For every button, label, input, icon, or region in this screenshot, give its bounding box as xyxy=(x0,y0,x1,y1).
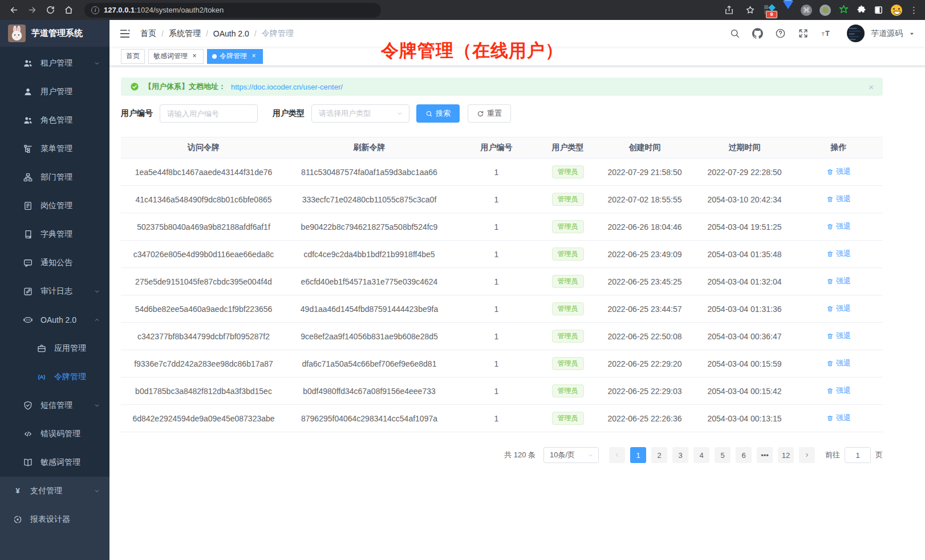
tab-token[interactable]: 令牌管理× xyxy=(207,49,263,64)
alert-doc-link[interactable]: https://doc.iocoder.cn/user-center/ xyxy=(231,83,343,91)
force-logout-button[interactable]: 强退 xyxy=(826,249,851,259)
sidebar-item-user[interactable]: 用户管理 xyxy=(0,78,109,106)
sidebar-item-sms[interactable]: 短信管理 xyxy=(0,391,109,420)
user-type-label: 用户类型 xyxy=(273,108,305,119)
cell-refresh-token: 49d1aa46d1454fbd87591444423be9fa xyxy=(286,295,452,323)
breadcrumb-item-0[interactable]: 首页 xyxy=(140,29,156,39)
prev-page-button[interactable] xyxy=(609,447,625,463)
cell-actions: 强退 xyxy=(794,213,883,241)
github-icon[interactable] xyxy=(752,28,763,39)
users-icon xyxy=(23,115,33,125)
sidebar-item-oauth2[interactable]: OAuth 2.0 xyxy=(0,306,109,334)
sidebar-item-report[interactable]: 报表设计器 xyxy=(0,505,109,534)
pixel-extension-icon[interactable]: 9 xyxy=(764,5,776,16)
reset-button[interactable]: 重置 xyxy=(468,104,511,123)
sidebar-toggle-icon[interactable] xyxy=(119,27,131,40)
site-info-icon[interactable]: i xyxy=(91,6,99,14)
search-button[interactable]: 搜索 xyxy=(416,104,460,123)
trash-icon xyxy=(826,278,834,285)
user-type-select[interactable]: 请选择用户类型 xyxy=(311,104,409,123)
sidebar-item-post[interactable]: 岗位管理 xyxy=(0,192,109,220)
force-logout-button[interactable]: 强退 xyxy=(826,358,851,368)
cell-user-type: 管理员 xyxy=(541,268,595,295)
sidebar-item-audit-log[interactable]: 审计日志 xyxy=(0,277,109,306)
sidebar-item-role[interactable]: 角色管理 xyxy=(0,106,109,135)
force-logout-button[interactable]: 强退 xyxy=(826,413,851,423)
force-logout-button[interactable]: 强退 xyxy=(826,194,851,204)
tab-sensitive-word[interactable]: 敏感词管理× xyxy=(148,49,204,64)
browser-back-icon[interactable] xyxy=(7,3,21,17)
fullscreen-icon[interactable] xyxy=(798,28,809,39)
extensions-puzzle-icon[interactable] xyxy=(857,5,866,15)
force-logout-button[interactable]: 强退 xyxy=(826,331,851,341)
page-ellipsis-button[interactable]: ••• xyxy=(757,447,773,463)
page-button-4[interactable]: 4 xyxy=(693,447,709,463)
sidebar-item-sensitive-word[interactable]: 敏感词管理 xyxy=(0,448,109,477)
column-header-3: 用户类型 xyxy=(541,137,595,159)
search-icon[interactable] xyxy=(729,28,740,39)
split-window-icon[interactable] xyxy=(874,5,883,15)
sidebar-item-tenant[interactable]: 租户管理 xyxy=(0,49,109,78)
page-button-3[interactable]: 3 xyxy=(672,447,688,463)
page-button-1[interactable]: 1 xyxy=(630,447,646,463)
force-logout-label: 强退 xyxy=(836,221,851,232)
alert-close-icon[interactable]: × xyxy=(869,82,874,92)
browser-menu-icon[interactable]: ⋮ xyxy=(910,5,918,15)
sidebar-item-oauth2-app[interactable]: 应用管理 xyxy=(0,334,109,363)
next-page-button[interactable] xyxy=(799,447,815,463)
shield-icon xyxy=(23,400,33,411)
help-icon[interactable] xyxy=(775,28,786,39)
page-button-2[interactable]: 2 xyxy=(651,447,667,463)
user-avatar[interactable] xyxy=(847,25,865,42)
sidebar-item-menu[interactable]: 菜单管理 xyxy=(0,135,109,163)
column-header-5: 过期时间 xyxy=(695,137,794,159)
browser-home-icon[interactable] xyxy=(62,3,75,17)
goto-page-input[interactable] xyxy=(845,447,871,463)
user-menu-caret-icon[interactable] xyxy=(908,30,916,38)
force-logout-button[interactable]: 强退 xyxy=(826,167,851,177)
tab-close-icon[interactable]: × xyxy=(250,52,258,60)
command-extension-icon[interactable]: ⌘ xyxy=(801,5,812,16)
cell-refresh-token: 8796295f04064c2983414cc54af1097a xyxy=(286,405,452,432)
page-size-select[interactable]: 10条/页 xyxy=(543,447,599,463)
user-id-input[interactable] xyxy=(160,104,258,123)
cell-expire-time: 2054-03-04 00:15:42 xyxy=(695,378,794,405)
username[interactable]: 芋道源码 xyxy=(871,29,903,39)
page-button-12[interactable]: 12 xyxy=(778,447,794,463)
app-logo[interactable]: 芋道管理系统 xyxy=(0,20,109,47)
tab-home[interactable]: 首页 xyxy=(121,49,145,64)
force-logout-button[interactable]: 强退 xyxy=(826,221,851,232)
tab-close-icon[interactable]: × xyxy=(190,52,198,60)
browser-forward-icon[interactable] xyxy=(25,3,39,17)
browser-reload-icon[interactable] xyxy=(43,3,57,17)
sidebar-item-label: 报表设计器 xyxy=(30,514,70,525)
table-row: 54d6be82ee5a460a9aedc1f9bf22365649d1aa46… xyxy=(121,295,883,323)
url-text: 127.0.0.1:1024/system/oauth2/token xyxy=(104,6,224,14)
star-extension-icon[interactable] xyxy=(838,5,849,15)
chevron-down-icon xyxy=(94,60,100,67)
sidebar-item-error-code[interactable]: 错误码管理 xyxy=(0,420,109,448)
force-logout-button[interactable]: 强退 xyxy=(826,276,851,286)
page-button-5[interactable]: 5 xyxy=(715,447,731,463)
page-buttons: 123456•••12 xyxy=(609,447,815,463)
menu-tree-icon xyxy=(23,144,33,154)
bookmark-star-icon[interactable] xyxy=(743,3,757,17)
recorder-extension-icon[interactable] xyxy=(819,5,831,16)
breadcrumb-item-1[interactable]: 系统管理 xyxy=(169,29,201,39)
sidebar-item-oauth2-token[interactable]: (A)令牌管理 xyxy=(0,363,109,391)
force-logout-button[interactable]: 强退 xyxy=(826,385,851,396)
share-icon[interactable] xyxy=(722,3,736,17)
sidebar-item-dict[interactable]: 字典管理 xyxy=(0,220,109,249)
address-bar[interactable]: i 127.0.0.1:1024/system/oauth2/token xyxy=(84,3,381,18)
sidebar-item-notice[interactable]: 通知公告 xyxy=(0,249,109,277)
font-size-icon[interactable]: TT xyxy=(821,28,831,39)
force-logout-button[interactable]: 强退 xyxy=(826,303,851,314)
sidebar-item-dept[interactable]: 部门管理 xyxy=(0,163,109,192)
profile-avatar-icon[interactable] xyxy=(891,5,902,16)
sidebar-item-pay[interactable]: ¥支付管理 xyxy=(0,477,109,505)
breadcrumb-item-2[interactable]: OAuth 2.0 xyxy=(213,29,249,38)
page-button-6[interactable]: 6 xyxy=(736,447,752,463)
breadcrumb-separator: / xyxy=(156,29,169,38)
table-row: 41c41346a548490f9dc8b01c6bfe0865333ecfc7… xyxy=(121,186,883,213)
gem-extension-icon[interactable] xyxy=(783,9,793,19)
